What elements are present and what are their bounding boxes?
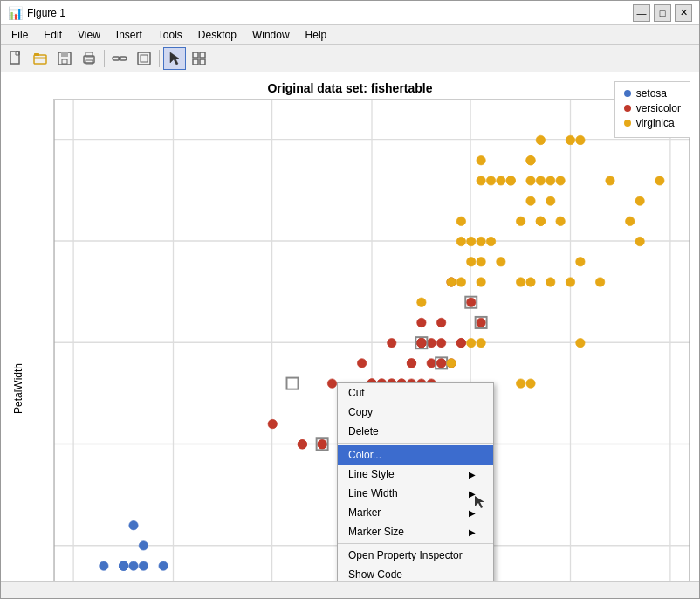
- toolbar-pan[interactable]: [188, 47, 210, 70]
- svg-point-134: [268, 419, 277, 428]
- svg-point-155: [467, 237, 476, 245]
- close-button[interactable]: ✕: [675, 4, 692, 22]
- svg-point-100: [327, 379, 336, 388]
- svg-point-163: [456, 237, 465, 245]
- svg-point-41: [139, 561, 148, 570]
- ctx-marker-size-label: Marker Size: [348, 526, 404, 538]
- svg-point-151: [576, 135, 585, 144]
- y-axis-label: PetalWidth: [10, 99, 27, 581]
- ctx-open-property-inspector-label: Open Property Inspector: [348, 549, 463, 561]
- legend-virginica: virginica: [624, 117, 681, 129]
- title-bar-left: 📊 Figure 1: [8, 6, 65, 20]
- menu-window[interactable]: Window: [245, 27, 297, 43]
- ctx-copy[interactable]: Copy: [338, 403, 493, 422]
- ctx-sep-2: [338, 543, 493, 544]
- svg-rect-137: [287, 378, 299, 389]
- svg-point-190: [477, 278, 485, 286]
- svg-point-180: [447, 359, 456, 368]
- menu-help[interactable]: Help: [299, 27, 334, 43]
- ctx-line-width[interactable]: Line Width ▶: [338, 484, 493, 503]
- ctx-delete[interactable]: Delete: [338, 422, 493, 441]
- svg-point-189: [506, 176, 515, 185]
- menu-tools[interactable]: Tools: [151, 27, 189, 43]
- app-icon: 📊: [8, 6, 22, 20]
- ctx-marker[interactable]: Marker ▶: [338, 503, 493, 522]
- svg-marker-16: [170, 52, 179, 65]
- toolbar-dock[interactable]: [133, 47, 155, 70]
- svg-point-187: [467, 258, 476, 266]
- svg-point-150: [546, 278, 555, 286]
- maximize-button[interactable]: □: [654, 4, 671, 22]
- svg-point-175: [477, 338, 485, 347]
- ctx-marker-label: Marker: [348, 506, 381, 519]
- svg-point-159: [635, 196, 644, 205]
- toolbar-sep-1: [104, 50, 105, 67]
- menu-desktop[interactable]: Desktop: [191, 27, 244, 43]
- ctx-sep-1: [338, 443, 493, 444]
- toolbar-save[interactable]: [53, 47, 76, 70]
- ctx-open-property-inspector[interactable]: Open Property Inspector: [338, 546, 493, 565]
- figure-area: Original data set: fishertable PetalWidt…: [1, 72, 699, 581]
- versicolor-dot: [624, 105, 631, 112]
- svg-point-161: [467, 338, 476, 347]
- svg-point-185: [536, 135, 545, 144]
- svg-point-147: [626, 217, 635, 225]
- ctx-line-width-label: Line Width: [348, 487, 398, 499]
- virginica-label: virginica: [636, 117, 675, 129]
- menu-insert[interactable]: Insert: [109, 27, 149, 43]
- svg-point-149: [595, 278, 604, 286]
- svg-point-115: [318, 440, 326, 449]
- plot-title: Original data set: fishertable: [10, 81, 690, 95]
- minimize-button[interactable]: —: [633, 4, 650, 22]
- svg-point-119: [477, 318, 485, 327]
- ctx-marker-size[interactable]: Marker Size ▶: [338, 522, 493, 541]
- svg-point-173: [606, 176, 614, 185]
- svg-point-179: [516, 379, 525, 388]
- svg-rect-6: [61, 52, 68, 57]
- svg-point-162: [536, 176, 545, 185]
- ctx-cut-label: Cut: [348, 387, 365, 399]
- svg-point-52: [100, 561, 108, 570]
- svg-point-184: [556, 176, 565, 185]
- marker-arrow: ▶: [469, 508, 476, 518]
- cursor-icon: [473, 495, 487, 509]
- ctx-line-style-label: Line Style: [348, 468, 395, 480]
- menu-view[interactable]: View: [71, 27, 107, 43]
- svg-point-90: [427, 338, 436, 347]
- toolbar-link[interactable]: [108, 47, 131, 70]
- statusbar: [1, 581, 699, 598]
- svg-point-143: [477, 258, 485, 266]
- svg-point-169: [456, 217, 465, 225]
- legend: setosa versicolor virginica: [614, 81, 690, 138]
- ctx-color-label: Color...: [348, 449, 381, 461]
- svg-point-108: [456, 338, 465, 347]
- toolbar: [1, 45, 699, 72]
- svg-rect-19: [193, 59, 198, 65]
- toolbar-new[interactable]: [4, 47, 27, 70]
- svg-point-171: [546, 176, 555, 185]
- title-bar: 📊 Figure 1 — □ ✕: [1, 1, 699, 25]
- setosa-dot: [624, 90, 631, 97]
- ctx-color[interactable]: Color...: [338, 445, 493, 465]
- svg-point-121: [417, 318, 426, 327]
- ctx-show-code-label: Show Code: [348, 568, 402, 581]
- svg-point-164: [635, 237, 644, 245]
- toolbar-print[interactable]: [78, 47, 100, 70]
- svg-rect-17: [193, 52, 198, 58]
- ctx-copy-label: Copy: [348, 406, 373, 418]
- toolbar-open[interactable]: [29, 47, 51, 70]
- context-menu: Cut Copy Delete Color... Line Style ▶: [337, 382, 494, 581]
- menu-file[interactable]: File: [4, 27, 35, 43]
- menu-edit[interactable]: Edit: [37, 27, 69, 43]
- setosa-label: setosa: [636, 87, 667, 100]
- toolbar-select[interactable]: [163, 47, 186, 70]
- title-controls: — □ ✕: [633, 4, 692, 22]
- ctx-line-style[interactable]: Line Style ▶: [338, 465, 493, 484]
- svg-point-59: [139, 541, 148, 550]
- svg-point-157: [497, 176, 505, 185]
- svg-point-168: [447, 278, 456, 286]
- ctx-show-code[interactable]: Show Code: [338, 565, 493, 581]
- svg-point-144: [556, 217, 565, 225]
- svg-point-99: [436, 359, 445, 368]
- ctx-cut[interactable]: Cut: [338, 383, 493, 403]
